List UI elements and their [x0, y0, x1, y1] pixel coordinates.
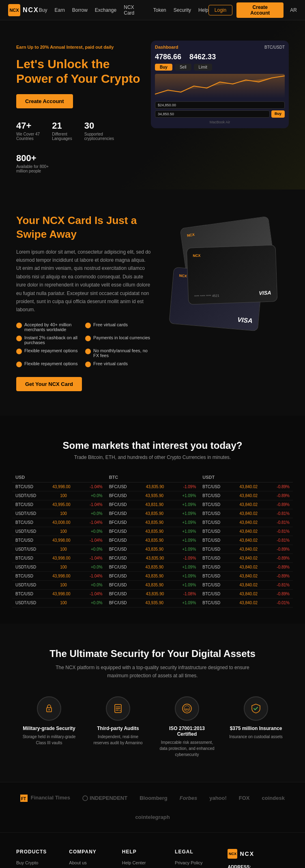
- feature-item: Accepted by 40+ million merchants worldw…: [16, 322, 82, 332]
- create-account-button[interactable]: Create Account: [236, 2, 284, 18]
- market-row[interactable]: BTC/USD 43,840.02 -0.89%: [199, 500, 293, 509]
- amount-input[interactable]: 34,850.50: [155, 110, 270, 118]
- market-row[interactable]: BTC/USD 43,998.00 -1.04%: [12, 590, 106, 599]
- footer-link-help-center[interactable]: Help Center: [122, 860, 163, 865]
- nav-help[interactable]: Help: [198, 7, 208, 13]
- market-row[interactable]: BFC/USD 43,835.90 -1.08%: [106, 590, 200, 599]
- feature-dot: [85, 349, 91, 354]
- card-description: Lorem ipsum dolor sit amet, consectetur …: [16, 248, 151, 314]
- market-col-usdt: USDT BTC/USD 43,840.02 -0.89% BTC/USD 43…: [199, 472, 293, 607]
- buy-tab[interactable]: Buy: [155, 64, 172, 71]
- market-row[interactable]: BTC/USD 43,998.00 -1.04%: [12, 482, 106, 491]
- footer-grid: PRODUCTS Buy Crypto Earn Crypto Interest…: [16, 849, 289, 868]
- market-row[interactable]: BTC/USD 43,998.00 -1.04%: [12, 536, 106, 545]
- card-cta-button[interactable]: Get Your NCX Card: [16, 377, 82, 391]
- logo[interactable]: NCX NCX: [8, 4, 39, 16]
- nav-earn[interactable]: Earn: [54, 7, 64, 13]
- security-title: The Ultimate Security for Your Digital A…: [16, 648, 289, 659]
- market-row[interactable]: BTC/USD 43,840.02 -0.89%: [199, 482, 293, 491]
- market-row[interactable]: BFC/USD 43,835.90 +1.09%: [106, 572, 200, 581]
- partners-section: FT Financial Times INDEPENDENT Bloomberg…: [0, 782, 305, 833]
- stat-desc: Supportedcryptocurrencies: [84, 132, 114, 141]
- market-row[interactable]: BTC/USD 43,840.02 -0.81%: [199, 527, 293, 536]
- iso-icon: ISO: [175, 696, 199, 721]
- market-col-header-usd: USD: [12, 472, 106, 482]
- hero-section: Earn Up to 20% Annual Interest, paid out…: [0, 20, 305, 190]
- market-row[interactable]: USDT/USD 100 +0.0%: [12, 491, 106, 500]
- markets-table: USD BTC/USD 43,998.00 -1.04% USDT/USD 10…: [12, 472, 293, 607]
- feature-item: No monthly/annual fees, no FX fees: [85, 348, 151, 358]
- market-row[interactable]: BTC/USD 43,840.02 -0.01%: [199, 599, 293, 607]
- trade-button[interactable]: Buy: [271, 110, 285, 118]
- footer-link-privacy[interactable]: Privacy Policy: [175, 860, 215, 865]
- market-row[interactable]: BFC/USD 43,831.90 +1.09%: [106, 500, 200, 509]
- market-row[interactable]: BTC/USD 43,840.02 -0.81%: [199, 518, 293, 527]
- market-row[interactable]: BFC/USD 43,835.90 -1.09%: [106, 482, 200, 491]
- nav-ncx-card[interactable]: NCX Card: [124, 4, 146, 16]
- footer-products: PRODUCTS Buy Crypto Earn Crypto Interest…: [16, 849, 57, 868]
- security-card-audit: Third-party Audits Independent, real-tim…: [90, 696, 146, 758]
- nav-token[interactable]: Token: [153, 7, 166, 13]
- hero-cta-button[interactable]: Create Account: [16, 94, 73, 108]
- market-row[interactable]: BTC/USD 43,840.02 -0.89%: [199, 545, 293, 554]
- nav-security[interactable]: Security: [174, 7, 191, 13]
- price-input[interactable]: $24,850.00: [155, 101, 285, 109]
- market-row[interactable]: BTC/USD 43,840.02 -0.81%: [199, 581, 293, 590]
- market-row[interactable]: BTC/USD 43,998.00 -1.04%: [12, 554, 106, 563]
- feature-dot: [85, 362, 91, 367]
- market-row[interactable]: BFC/USD 43,835.90 +1.09%: [106, 536, 200, 545]
- market-row[interactable]: BTC/USD 43,840.02 -0.81%: [199, 536, 293, 545]
- footer-company: COMPANY About us Blog Media Center Caree…: [69, 849, 110, 868]
- hero-content: Earn Up to 20% Annual Interest, paid out…: [16, 45, 143, 173]
- nav-buy[interactable]: Buy: [39, 7, 47, 13]
- footer-link-about[interactable]: About us: [69, 860, 110, 865]
- market-row[interactable]: BTC/USD 43,840.02 -0.89%: [199, 491, 293, 500]
- market-row[interactable]: BTC/USD 43,998.00 -1.04%: [12, 572, 106, 581]
- language-toggle[interactable]: AR: [290, 7, 297, 13]
- market-row[interactable]: USDT/USD 100 +0.0%: [12, 581, 106, 590]
- nav-links: Buy Earn Borrow Exchange NCX Card Token …: [39, 4, 208, 16]
- market-row[interactable]: BTC/USD 43,995.00 -1.04%: [12, 500, 106, 509]
- feature-item: Flexible repayment options: [16, 348, 82, 358]
- hero-top-text: Earn Up to 20% Annual Interest, paid out…: [16, 45, 143, 50]
- nav-exchange[interactable]: Exchange: [95, 7, 116, 13]
- market-row[interactable]: BFC/USD 43,935.90 +1.09%: [106, 491, 200, 500]
- partner-forbes: Forbes: [180, 795, 197, 801]
- nav-borrow[interactable]: Borrow: [72, 7, 88, 13]
- footer: PRODUCTS Buy Crypto Earn Crypto Interest…: [0, 833, 305, 868]
- market-row[interactable]: USDT/USD 100 +0.0%: [12, 563, 106, 572]
- market-row[interactable]: BTC/USD 43,840.02 -0.89%: [199, 572, 293, 581]
- market-row[interactable]: BFC/USD 43,835.90 +1.09%: [106, 509, 200, 518]
- market-row[interactable]: USDT/USD 100 +0.0%: [12, 527, 106, 536]
- market-row[interactable]: BTC/USD 43,840.02 -0.89%: [199, 554, 293, 563]
- feature-item: Free virtual cards: [85, 322, 151, 332]
- feature-item: Flexible repayment options: [16, 361, 82, 367]
- market-row[interactable]: BFC/USD 43,835.90 -1.09%: [106, 554, 200, 563]
- market-row[interactable]: BTC/USD 43,840.02 -0.89%: [199, 590, 293, 599]
- svg-text:ISO: ISO: [185, 708, 189, 711]
- market-row[interactable]: BTC/USD 43,840.02 -0.81%: [199, 509, 293, 518]
- market-row[interactable]: BFC/USD 43,835.90 +1.09%: [106, 518, 200, 527]
- sell-tab[interactable]: Sell: [175, 64, 191, 71]
- navigation: NCX NCX Buy Earn Borrow Exchange NCX Car…: [0, 0, 305, 20]
- security-cards: Military-grade Security Storage held in …: [16, 696, 289, 758]
- market-row[interactable]: BFC/USD 43,835.90 +1.09%: [106, 527, 200, 536]
- market-row[interactable]: BFC/USD 43,935.90 +1.09%: [106, 599, 200, 607]
- market-row[interactable]: BFC/USD 43,835.90 +1.09%: [106, 581, 200, 590]
- partner-independent: INDEPENDENT: [82, 795, 127, 801]
- login-button[interactable]: Login: [208, 5, 232, 15]
- footer-link-buy-crypto[interactable]: Buy Crypto: [16, 860, 57, 865]
- market-row[interactable]: USDT/USD 100 +0.0%: [12, 545, 106, 554]
- market-row[interactable]: BTC/USD 43,840.02 -0.89%: [199, 563, 293, 572]
- limit-tab[interactable]: Limit: [194, 64, 212, 71]
- partner-financial-times: FT Financial Times: [20, 795, 70, 802]
- footer-logo-icon: NCX: [228, 849, 237, 859]
- market-row[interactable]: BTC/USD 43,008.00 -1.04%: [12, 518, 106, 527]
- markets-subtitle: Trade Bitcoin, ETH, and hundreds of othe…: [12, 454, 293, 460]
- partner-yahoo: yahoo!: [209, 795, 227, 801]
- market-col-header-btc: BTC: [106, 472, 200, 482]
- market-row[interactable]: BFC/USD 43,835.90 +1.09%: [106, 545, 200, 554]
- market-row[interactable]: USDT/USD 100 +0.0%: [12, 509, 106, 518]
- market-row[interactable]: BFC/USD 43,835.90 +1.09%: [106, 563, 200, 572]
- market-row[interactable]: USDT/USD 100 +0.0%: [12, 599, 106, 607]
